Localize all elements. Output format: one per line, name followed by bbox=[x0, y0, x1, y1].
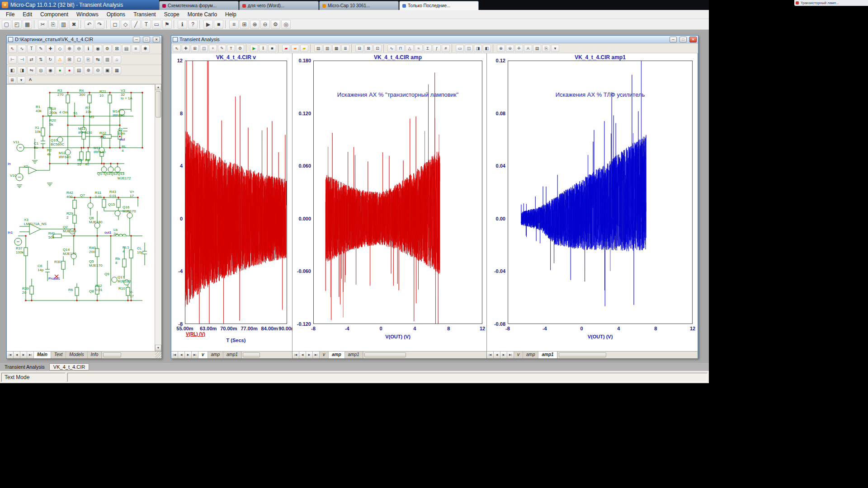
last-page-icon[interactable]: ▶| bbox=[192, 352, 198, 358]
zoom-in-icon[interactable]: ⊕ bbox=[250, 20, 259, 29]
page-tab-amp1[interactable]: amp1 bbox=[223, 352, 241, 358]
plot-hscrollbar[interactable] bbox=[557, 352, 698, 358]
trace-red-icon[interactable]: ▰ bbox=[282, 45, 290, 52]
page-tab-amp[interactable]: amp bbox=[329, 352, 345, 358]
menu-windows[interactable]: Windows bbox=[72, 10, 103, 19]
background-tab-4[interactable]: Только Последние... bbox=[399, 1, 479, 10]
first-page-icon[interactable]: |◀ bbox=[7, 352, 14, 358]
wire-tool-icon[interactable]: ∿ bbox=[18, 45, 26, 53]
tab-step-icon[interactable]: ↹ bbox=[94, 56, 102, 64]
plot-area[interactable] bbox=[313, 61, 482, 324]
more-icon[interactable]: ▾ bbox=[551, 45, 559, 52]
grid-toggle-icon[interactable]: ⊞ bbox=[240, 20, 249, 29]
run-analysis-icon[interactable]: ▶ bbox=[203, 20, 213, 29]
zoom-out-icon[interactable]: ⊖ bbox=[506, 45, 514, 52]
sheet-tab-info[interactable]: Info bbox=[88, 352, 102, 358]
menu-monte-carlo[interactable]: Monte Carlo bbox=[184, 10, 221, 19]
menu-edit[interactable]: Edit bbox=[19, 10, 36, 19]
scroll-down-icon[interactable]: ▼ bbox=[155, 345, 161, 351]
next-page-icon[interactable]: ▶ bbox=[500, 352, 507, 358]
panel-grid-icon[interactable]: ▦ bbox=[332, 45, 340, 52]
background-window-corner[interactable]: Транзисторный ламп... bbox=[794, 0, 868, 6]
menu-component[interactable]: Component bbox=[36, 10, 72, 19]
search-icon[interactable]: ◎ bbox=[37, 66, 45, 75]
page-tab-amp1[interactable]: amp1 bbox=[345, 352, 363, 358]
background-tab-3[interactable]: Micro-Cap 10 3061... bbox=[319, 1, 399, 10]
wire-mode-icon[interactable]: ╱ bbox=[131, 20, 141, 29]
go-icon[interactable]: ● bbox=[56, 66, 64, 75]
schematic-hscrollbar[interactable] bbox=[102, 352, 155, 358]
minimize-button[interactable]: ─ bbox=[133, 37, 140, 42]
prev-page-icon[interactable]: ◀ bbox=[14, 352, 20, 358]
pan-icon[interactable]: ✚ bbox=[182, 45, 190, 52]
scroll-thumb[interactable] bbox=[156, 91, 161, 117]
menu-file[interactable]: File bbox=[2, 10, 19, 19]
zoom-in-icon[interactable]: ⊕ bbox=[84, 66, 93, 75]
delta-icon[interactable]: △ bbox=[406, 45, 414, 52]
pages-icon[interactable]: ▤ bbox=[533, 45, 541, 52]
lock-axes-icon[interactable]: ⊡ bbox=[373, 45, 382, 52]
info-mode-icon[interactable]: ℹ bbox=[178, 20, 187, 29]
next-page-icon[interactable]: ▶ bbox=[20, 352, 27, 358]
plot-hscrollbar[interactable] bbox=[241, 352, 292, 358]
sheet-tab-models[interactable]: Models bbox=[66, 352, 87, 358]
layout-1-icon[interactable]: ▭ bbox=[456, 45, 464, 52]
page-tab-amp[interactable]: amp bbox=[208, 352, 223, 358]
copy-icon[interactable]: ⎘ bbox=[48, 20, 58, 29]
last-page-icon[interactable]: ▶| bbox=[507, 352, 514, 358]
paste-icon[interactable]: ▥ bbox=[59, 20, 68, 29]
grid-dropdown-icon[interactable]: ▾ bbox=[17, 76, 25, 84]
page-tab-v[interactable]: v bbox=[514, 352, 523, 358]
zoom-in-icon[interactable]: ⊕ bbox=[497, 45, 505, 52]
close-button[interactable]: ✕ bbox=[689, 37, 697, 42]
plot-area[interactable] bbox=[508, 61, 693, 324]
title-bar[interactable]: tl Micro-Cap 11.0.1.2 (32 bit) - Transie… bbox=[0, 0, 709, 10]
print-page-icon[interactable]: ▦ bbox=[113, 66, 121, 75]
scroll-thumb[interactable] bbox=[243, 352, 260, 357]
scroll-thumb[interactable] bbox=[103, 352, 121, 357]
grid-snap-icon[interactable]: ⊞ bbox=[65, 56, 74, 64]
flip-vertical-icon[interactable]: ⇅ bbox=[37, 56, 45, 64]
point-tag-icon[interactable]: ✎ bbox=[218, 45, 226, 52]
stop-analysis-icon[interactable]: ■ bbox=[214, 20, 223, 29]
pulse-icon[interactable]: ⊓ bbox=[396, 45, 405, 52]
rotate-icon[interactable]: ↻ bbox=[46, 56, 55, 64]
next-page-icon[interactable]: ▶ bbox=[306, 352, 313, 358]
panel-list-icon[interactable]: ≣ bbox=[341, 45, 349, 52]
first-page-icon[interactable]: |◀ bbox=[171, 352, 178, 358]
component-tool-icon[interactable]: ◇ bbox=[56, 45, 64, 53]
text-mode-icon[interactable]: T bbox=[142, 20, 151, 29]
flip-horizontal-icon[interactable]: ⇄ bbox=[27, 56, 36, 64]
next-page-icon[interactable]: ▶ bbox=[185, 352, 192, 358]
menu-scope[interactable]: Scope bbox=[160, 10, 184, 19]
save-file-icon[interactable]: ▦ bbox=[23, 20, 32, 29]
properties-icon[interactable]: ⚙ bbox=[271, 20, 280, 29]
scroll-up-icon[interactable]: ▲ bbox=[155, 84, 161, 90]
sheet-tab-main[interactable]: Main bbox=[34, 352, 51, 358]
align-left-icon[interactable]: ◧ bbox=[8, 66, 17, 75]
data-points-icon[interactable]: # bbox=[442, 45, 450, 52]
prev-page-icon[interactable]: ◀ bbox=[299, 352, 306, 358]
prev-page-icon[interactable]: ◀ bbox=[178, 352, 185, 358]
zoom-out-icon[interactable]: ⊖ bbox=[94, 66, 102, 75]
graphics-mode-icon[interactable]: ▭ bbox=[152, 20, 161, 29]
trace-orange-icon[interactable]: ▰ bbox=[291, 45, 299, 52]
menu-options[interactable]: Options bbox=[103, 10, 129, 19]
open-file-icon[interactable]: ◰ bbox=[12, 20, 22, 29]
analysis-window[interactable]: Transient Analysis ─ □ ✕ ⇖✚⊞◫+✎T⚙▶‖■▰▰▰▤… bbox=[171, 35, 698, 359]
minimize-button[interactable]: ─ bbox=[670, 37, 677, 42]
scroll-thumb[interactable] bbox=[559, 352, 606, 357]
page-tab-v[interactable]: v bbox=[198, 352, 208, 358]
pin-right-icon[interactable]: ⊣ bbox=[18, 56, 26, 64]
move-tool-icon[interactable]: ✚ bbox=[46, 45, 55, 53]
sheet-tab-text[interactable]: Text bbox=[51, 352, 66, 358]
pause-icon[interactable]: ‖ bbox=[259, 45, 267, 52]
smooth-icon[interactable]: ≈ bbox=[415, 45, 423, 52]
select-tool-icon[interactable]: ⇖ bbox=[8, 45, 17, 53]
layout-2-icon[interactable]: ◫ bbox=[465, 45, 473, 52]
close-button[interactable]: ✕ bbox=[153, 37, 160, 42]
model-editor-icon[interactable]: ≡ bbox=[229, 20, 239, 29]
schematic-window[interactable]: D:\Картинки_статья\VK_4_t_4.CIR ─ □ ✕ ⇖∿… bbox=[6, 35, 162, 359]
align-right-icon[interactable]: ◨ bbox=[18, 66, 26, 75]
graph-properties-icon[interactable]: ⚙ bbox=[236, 45, 244, 52]
